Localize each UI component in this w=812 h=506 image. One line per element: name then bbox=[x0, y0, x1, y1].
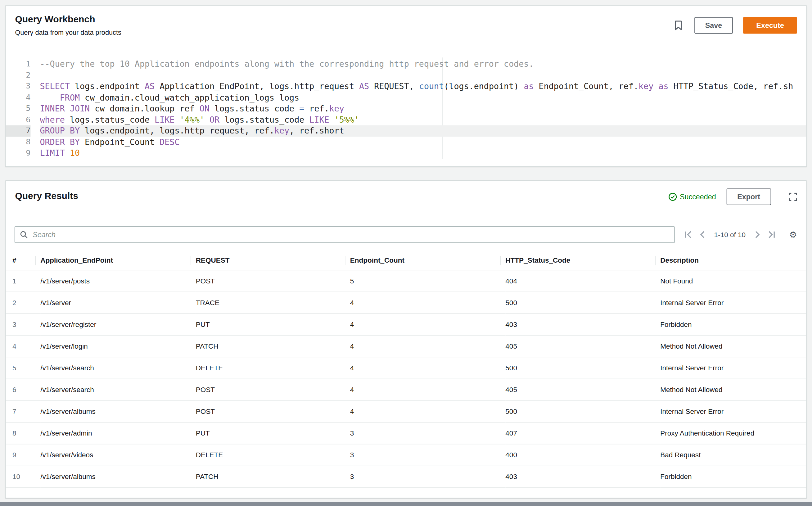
row-index: 5 bbox=[6, 357, 40, 379]
editor-gutter: 123456789 bbox=[6, 59, 30, 166]
table-cell: 400 bbox=[505, 444, 660, 466]
table-cell: 404 bbox=[505, 270, 660, 291]
table-cell: Internal Server Error bbox=[660, 357, 806, 379]
search-input[interactable] bbox=[15, 226, 675, 243]
results-table: #Application_EndPointREQUESTEndpoint_Cou… bbox=[6, 251, 806, 488]
last-page-icon[interactable] bbox=[767, 230, 776, 239]
table-cell: 3 bbox=[350, 466, 506, 487]
table-cell: /v1/server/login bbox=[40, 335, 196, 357]
code-line: SELECT logs.endpoint AS Application_EndP… bbox=[40, 81, 806, 92]
execute-button[interactable]: Execute bbox=[743, 17, 797, 33]
table-cell: POST bbox=[196, 401, 350, 422]
table-row: 10/v1/server/albumsPATCH3403Forbidden bbox=[6, 466, 806, 487]
success-check-icon bbox=[668, 193, 676, 201]
table-row: 5/v1/server/searchDELETE4500Internal Ser… bbox=[6, 357, 806, 379]
table-cell: 403 bbox=[505, 466, 660, 487]
code-line: GROUP BY logs.endpoint, logs.http_reques… bbox=[40, 125, 806, 137]
table-cell: POST bbox=[196, 379, 350, 401]
table-cell: PATCH bbox=[196, 466, 350, 487]
table-row: 8/v1/server/adminPUT3407Proxy Authentica… bbox=[6, 422, 806, 444]
code-token: Endpoint_Count, ref. bbox=[534, 81, 639, 91]
fullscreen-icon[interactable] bbox=[789, 193, 797, 201]
table-cell: DELETE bbox=[196, 444, 350, 466]
line-number: 9 bbox=[6, 148, 30, 159]
previous-page-icon[interactable] bbox=[699, 230, 707, 239]
bookmark-icon[interactable] bbox=[672, 19, 684, 31]
table-cell: /v1/server/albums bbox=[40, 466, 196, 487]
table-cell: PUT bbox=[196, 422, 350, 444]
table-cell: 405 bbox=[505, 335, 660, 357]
horizontal-scrollbar[interactable] bbox=[0, 502, 812, 506]
table-cell: /v1/server bbox=[40, 291, 196, 313]
table-cell: PUT bbox=[196, 313, 350, 335]
code-line: FROM cw_domain.cloud_watch_application_l… bbox=[40, 92, 806, 103]
row-index: 2 bbox=[6, 291, 40, 313]
table-cell: 3 bbox=[350, 422, 506, 444]
code-token: LIKE bbox=[309, 115, 329, 125]
query-results-panel: Query Results Succeeded Export bbox=[5, 180, 807, 498]
status-badge: Succeeded bbox=[668, 193, 716, 201]
row-index: 10 bbox=[6, 466, 40, 487]
column-header: REQUEST bbox=[196, 251, 350, 270]
table-cell: POST bbox=[196, 270, 350, 291]
next-page-icon[interactable] bbox=[753, 230, 761, 239]
results-header: Query Results Succeeded Export bbox=[6, 181, 806, 214]
sql-editor[interactable]: 123456789 --Query the top 10 Application… bbox=[6, 53, 806, 166]
code-token: LIKE bbox=[155, 115, 174, 125]
table-cell: Proxy Authentication Required bbox=[660, 422, 806, 444]
results-actions: Succeeded Export bbox=[668, 188, 797, 205]
row-index: 6 bbox=[6, 379, 40, 401]
code-token bbox=[65, 148, 70, 158]
table-cell: /v1/server/videos bbox=[40, 444, 196, 466]
code-line: --Query the top 10 Application endpoints… bbox=[40, 59, 806, 70]
table-cell: 405 bbox=[505, 379, 660, 401]
code-token: as bbox=[524, 81, 534, 91]
table-cell: 4 bbox=[350, 401, 506, 422]
first-page-icon[interactable] bbox=[684, 230, 693, 239]
code-token bbox=[204, 115, 209, 125]
code-token bbox=[653, 81, 658, 91]
code-token: 10 bbox=[70, 148, 80, 158]
code-token: HTTP_Status_Code, ref.sh bbox=[668, 81, 793, 91]
table-cell: Forbidden bbox=[660, 313, 806, 335]
settings-gear-icon[interactable]: ⚙ bbox=[789, 230, 797, 239]
table-cell: 4 bbox=[350, 379, 506, 401]
column-header: HTTP_Status_Code bbox=[505, 251, 660, 270]
code-token: where bbox=[40, 115, 65, 125]
table-row: 7/v1/server/albumsPOST4500Internal Serve… bbox=[6, 401, 806, 422]
table-row: 2/v1/serverTRACE4500Internal Server Erro… bbox=[6, 291, 806, 313]
code-token: ref. bbox=[304, 104, 329, 114]
code-token: logs.status_code bbox=[209, 104, 299, 114]
table-cell: Forbidden bbox=[660, 466, 806, 487]
search-box bbox=[15, 226, 675, 243]
line-number: 1 bbox=[6, 59, 30, 70]
line-number: 6 bbox=[6, 114, 30, 125]
table-cell: 4 bbox=[350, 291, 506, 313]
table-cell: 3 bbox=[350, 444, 506, 466]
table-cell: DELETE bbox=[196, 357, 350, 379]
table-cell: 407 bbox=[505, 422, 660, 444]
table-cell: 4 bbox=[350, 313, 506, 335]
page: Query Workbench Query data from your dat… bbox=[0, 0, 812, 506]
code-token bbox=[329, 115, 334, 125]
code-token: '5%%' bbox=[334, 115, 359, 125]
code-token: INNER JOIN bbox=[40, 104, 90, 114]
export-button[interactable]: Export bbox=[726, 188, 771, 205]
table-body: 1/v1/server/postsPOST5404Not Found2/v1/s… bbox=[6, 270, 806, 487]
code-line: ORDER BY Endpoint_Count DESC bbox=[40, 137, 806, 148]
code-token: = bbox=[299, 104, 304, 114]
code-token: logs.endpoint bbox=[70, 81, 145, 91]
line-number: 5 bbox=[6, 103, 30, 114]
table-cell: 4 bbox=[350, 357, 506, 379]
code-token: , ref.short bbox=[289, 126, 344, 136]
table-cell: 500 bbox=[505, 291, 660, 313]
code-token: as bbox=[658, 81, 668, 91]
save-button[interactable]: Save bbox=[694, 17, 733, 33]
table-cell: TRACE bbox=[196, 291, 350, 313]
table-cell: /v1/server/posts bbox=[40, 270, 196, 291]
code-token: ORDER BY bbox=[40, 137, 80, 147]
workbench-header: Query Workbench Query data from your dat… bbox=[6, 6, 806, 52]
table-cell: /v1/server/admin bbox=[40, 422, 196, 444]
table-row: 1/v1/server/postsPOST5404Not Found bbox=[6, 270, 806, 291]
page-range-label: 1-10 of 10 bbox=[713, 231, 746, 238]
